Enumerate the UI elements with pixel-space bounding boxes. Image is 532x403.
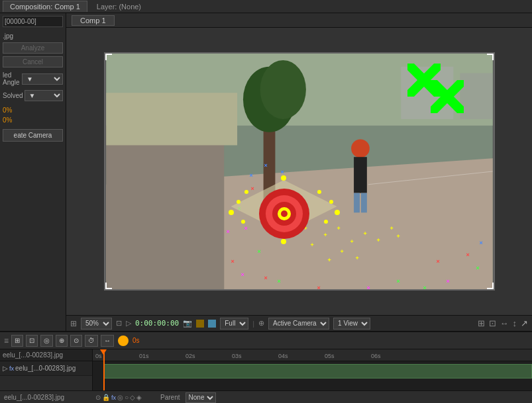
timeline-icon-1: ≡	[4, 336, 9, 345]
solo-icon: ⊙	[95, 394, 101, 401]
tool-icon-5: ↗	[521, 318, 528, 328]
icon-3: ⊕	[258, 319, 264, 328]
viewport[interactable]: + + + + + + + + + + + + × × × × × × ×	[104, 52, 495, 291]
target-handle-left	[229, 210, 234, 215]
grid-icon: ⊞	[70, 319, 77, 328]
quality-select[interactable]: Full	[220, 318, 248, 330]
fx-label: fx	[111, 394, 116, 401]
target-y3	[241, 220, 245, 224]
timecode-value: 0:00:00:00	[135, 319, 179, 328]
ruler-05s: 05s	[325, 353, 335, 359]
ruler-03s: 03s	[232, 353, 242, 359]
svg-point-10	[351, 140, 370, 158]
icon-2: ▷	[126, 319, 131, 328]
left-panel: [00000-00] .jpg Analyze Cancel led Angle…	[0, 13, 66, 331]
tool-icon-1: ⊞	[478, 318, 485, 328]
target-y2	[317, 190, 321, 194]
quality-icon: ◈	[136, 394, 142, 401]
timeline-btn-2[interactable]: ⊡	[26, 335, 38, 347]
comp-tab-bar: Comp 1	[66, 13, 532, 28]
ruler-04s: 04s	[278, 353, 288, 359]
composition-tab[interactable]: Composition: Comp 1	[3, 1, 87, 12]
timeline-toolbar: ≡ ⊞ ⊡ ◎ ⊕ ⊙ ⏱ ↔ 0s	[0, 332, 532, 349]
zoom-select[interactable]: 50%	[81, 318, 112, 330]
motion-icon: ◎	[117, 394, 123, 401]
timeline-track-area[interactable]: 0s 01s 02s 03s 04s 05s 06s	[93, 349, 532, 390]
target-handle-bottom	[281, 239, 286, 244]
analyze-button[interactable]: Analyze	[3, 42, 63, 54]
top-tab-bar: Composition: Comp 1 Layer: (None)	[0, 0, 532, 13]
bullseye-dot	[281, 210, 288, 217]
icon-group-left: ⊞	[70, 319, 77, 328]
angle-label: led Angle	[3, 71, 21, 86]
corner-br	[487, 283, 494, 289]
layer-track-bar	[103, 364, 532, 379]
timeline-btn-1[interactable]: ⊞	[11, 335, 23, 347]
green-x-2	[431, 80, 464, 113]
viewer-bottom-toolbar: ⊞ 50% ⊡ ▷ 0:00:00:00 📷 Full | ⊕ Active C…	[66, 315, 532, 331]
timeline-content: eelu_[...0-00283].jpg ▷ fx eelu_[...0-00…	[0, 349, 532, 390]
solved-label: Solved	[3, 92, 23, 99]
corner-bl	[105, 283, 112, 289]
layer-label: Layer: (None)	[97, 3, 141, 11]
comp-1-tab-label: Comp 1	[80, 17, 106, 24]
camera-select[interactable]: Active Camera	[268, 318, 329, 330]
icon-1: ⊡	[116, 319, 122, 328]
layer-controls: ⊙ 🔒 fx ◎ ○ ◇ ◈	[95, 394, 142, 401]
view-count-select[interactable]: 1 View	[333, 318, 370, 330]
target-y5	[237, 200, 240, 204]
svg-rect-12	[354, 193, 360, 213]
create-camera-button[interactable]: eate Camera	[3, 129, 63, 142]
svg-rect-11	[354, 157, 367, 193]
target-handle-top	[281, 175, 286, 181]
percent-row-2: 0%	[3, 116, 63, 124]
timeline-ruler: 0s 01s 02s 03s 04s 05s 06s	[93, 349, 532, 361]
target-handle-right	[335, 210, 340, 215]
angle-select[interactable]: ▼	[22, 73, 63, 85]
target-y4	[324, 220, 328, 224]
collapse-icon: ◇	[130, 394, 135, 401]
timeline-layer-1[interactable]: ▷ fx eelu_[...0-00283].jpg	[0, 361, 92, 376]
ruler-01s: 01s	[139, 353, 149, 359]
parent-label: Parent	[160, 394, 180, 401]
target-container	[231, 177, 337, 243]
viewer-area: Comp 1	[66, 13, 532, 331]
blend-icon: ○	[125, 394, 129, 401]
target-y6	[329, 200, 333, 204]
comp-1-tab[interactable]: Comp 1	[72, 15, 115, 26]
percent-2: 0%	[3, 116, 12, 124]
playhead-line	[103, 349, 105, 390]
layer-fx-icon: fx	[9, 365, 14, 372]
layer-name-text: eelu_[...0-00283].jpg	[15, 365, 76, 372]
color-swatch-1	[196, 320, 204, 328]
timeline-btn-3[interactable]: ◎	[40, 335, 53, 347]
name-label: eelu_[...0-00283].jpg	[3, 351, 63, 359]
target-y1	[244, 190, 248, 194]
cancel-button[interactable]: Cancel	[3, 56, 63, 67]
camera-icon: 📷	[183, 319, 192, 328]
timecode-display: [00000-00]	[3, 16, 63, 27]
separator-1: |	[252, 320, 254, 328]
timeline-layers: eelu_[...0-00283].jpg ▷ fx eelu_[...0-00…	[0, 349, 93, 390]
timeline-btn-6[interactable]: ⏱	[85, 335, 98, 347]
timeline-btn-7[interactable]: ↔	[101, 335, 114, 347]
timeline-area: ≡ ⊞ ⊡ ◎ ⊕ ⊙ ⏱ ↔ 0s eelu_[...0-00283].jpg…	[0, 331, 532, 390]
color-swatch-2	[208, 320, 216, 328]
name-col-label: eelu_[...0-00283].jpg	[4, 394, 90, 401]
solved-select[interactable]: ▼	[25, 90, 63, 101]
playhead-marker	[118, 336, 129, 346]
layer-icon: ▷	[3, 365, 8, 372]
corner-tr	[487, 54, 494, 60]
percent-1: 0%	[3, 107, 12, 114]
ruler-02s: 02s	[186, 353, 195, 359]
green-x-container	[401, 64, 467, 116]
timeline-btn-4[interactable]: ⊕	[56, 335, 68, 347]
timeline-name-header: eelu_[...0-00283].jpg	[0, 349, 92, 361]
viewport-wrapper[interactable]: + + + + + + + + + + + + × × × × × × ×	[66, 28, 532, 315]
filename-label: .jpg	[3, 32, 63, 40]
svg-rect-13	[360, 193, 366, 213]
status-bar: eelu_[...0-00283].jpg ⊙ 🔒 fx ◎ ○ ◇ ◈ Par…	[0, 390, 532, 403]
timeline-btn-5[interactable]: ⊙	[70, 335, 82, 347]
parent-select[interactable]: None	[186, 392, 216, 403]
lock-icon: 🔒	[102, 394, 110, 401]
